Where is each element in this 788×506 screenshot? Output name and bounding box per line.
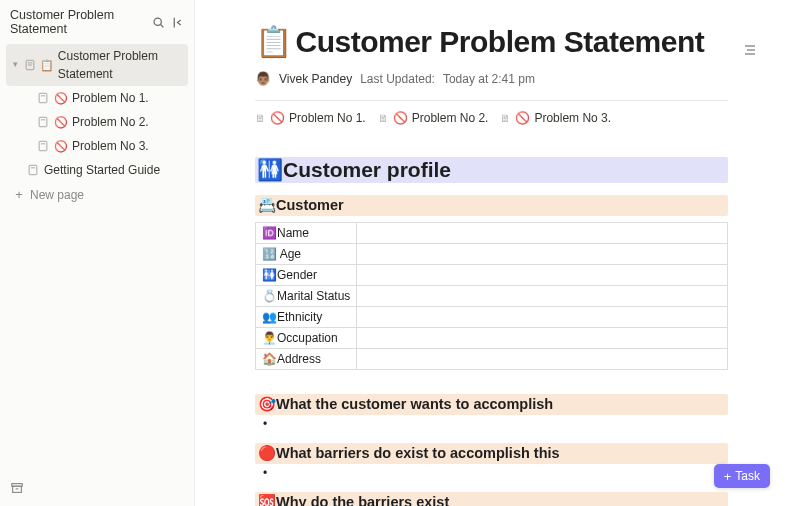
bullet-empty[interactable] xyxy=(255,415,728,419)
heading-why-barriers[interactable]: 🆘Why do the barriers exist xyxy=(255,492,728,506)
search-icon[interactable] xyxy=(152,15,165,29)
table-row: 🔢 Age xyxy=(256,244,728,265)
page-icon xyxy=(36,116,50,128)
page-icon xyxy=(24,59,36,71)
workspace-title: Customer Problem Statement xyxy=(10,8,140,36)
backlink-problem-2[interactable]: 🗎 🚫Problem No 2. xyxy=(378,111,489,125)
cell-occupation-label[interactable]: 👨‍💼Occupation xyxy=(256,328,357,349)
svg-rect-10 xyxy=(39,141,47,150)
cell-age-value[interactable] xyxy=(357,244,728,265)
svg-rect-8 xyxy=(39,117,47,126)
new-page-label: New page xyxy=(30,186,84,204)
table-row: 🚻Gender xyxy=(256,265,728,286)
cell-address-label[interactable]: 🏠Address xyxy=(256,349,357,370)
backlink-emoji: 🚫 xyxy=(393,111,408,125)
nav-label: Problem No 3. xyxy=(72,137,149,155)
backlinks-row: 🗎 🚫Problem No 1. 🗎 🚫Problem No 2. 🗎 🚫Pro… xyxy=(255,111,728,125)
cell-marital-value[interactable] xyxy=(357,286,728,307)
table-row: 👥Ethnicity xyxy=(256,307,728,328)
nav-label: Customer Problem Statement xyxy=(58,47,182,83)
cell-ethnicity-label[interactable]: 👥Ethnicity xyxy=(256,307,357,328)
svg-line-1 xyxy=(161,24,164,27)
heading-customer-profile[interactable]: 🚻Customer profile xyxy=(255,157,728,183)
backlink-emoji: 🚫 xyxy=(515,111,530,125)
add-task-button[interactable]: + Task xyxy=(714,464,770,488)
heading-customer[interactable]: 📇Customer xyxy=(255,195,728,216)
nav-label: Problem No 2. xyxy=(72,113,149,131)
backlink-problem-3[interactable]: 🗎 🚫Problem No 3. xyxy=(500,111,611,125)
divider xyxy=(255,100,728,101)
sidebar-footer xyxy=(0,473,194,506)
page-title-text[interactable]: Customer Problem Statement xyxy=(296,25,705,59)
table-row: 💍Marital Status xyxy=(256,286,728,307)
backlink-label: Problem No 3. xyxy=(534,111,611,125)
main-content: 📋Customer Problem Statement 👨🏽 Vivek Pan… xyxy=(195,0,788,506)
toc-icon[interactable] xyxy=(742,42,758,61)
nav-tree: ▾ 📋 Customer Problem Statement 🚫 Problem… xyxy=(0,42,194,473)
plus-icon: + xyxy=(12,185,26,205)
twisty-icon[interactable]: ▾ xyxy=(12,58,20,72)
backlink-emoji: 🚫 xyxy=(270,111,285,125)
page-emoji: 🚫 xyxy=(54,114,68,131)
customer-profile-table: 🆔Name 🔢 Age 🚻Gender 💍Marital Status 👥Eth… xyxy=(255,222,728,370)
page-icon xyxy=(36,92,50,104)
sidebar: Customer Problem Statement ▾ 📋 Customer … xyxy=(0,0,195,506)
heading-accomplish[interactable]: 🎯What the customer wants to accomplish xyxy=(255,394,728,415)
page-icon: 🗎 xyxy=(378,112,389,124)
author-avatar: 👨🏽 xyxy=(255,71,271,86)
page-icon xyxy=(26,164,40,176)
page-meta: 👨🏽 Vivek Pandey Last Updated: Today at 2… xyxy=(255,71,728,86)
nav-item-problem-1[interactable]: 🚫 Problem No 1. xyxy=(6,86,188,110)
cell-age-label[interactable]: 🔢 Age xyxy=(256,244,357,265)
cell-name-label[interactable]: 🆔Name xyxy=(256,223,357,244)
table-row: 👨‍💼Occupation xyxy=(256,328,728,349)
page-title: 📋Customer Problem Statement xyxy=(255,24,728,59)
archive-icon[interactable] xyxy=(10,484,24,498)
backlink-problem-1[interactable]: 🗎 🚫Problem No 1. xyxy=(255,111,366,125)
nav-label: Problem No 1. xyxy=(72,89,149,107)
sidebar-header: Customer Problem Statement xyxy=(0,0,194,42)
page-icon-large: 📋 xyxy=(255,24,292,59)
page-emoji: 📋 xyxy=(40,57,54,74)
last-updated-value: Today at 2:41 pm xyxy=(443,72,535,86)
cell-occupation-value[interactable] xyxy=(357,328,728,349)
table-row: 🆔Name xyxy=(256,223,728,244)
page-icon: 🗎 xyxy=(255,112,266,124)
cell-marital-label[interactable]: 💍Marital Status xyxy=(256,286,357,307)
nav-label: Getting Started Guide xyxy=(44,161,160,179)
svg-point-0 xyxy=(154,18,161,25)
page-icon xyxy=(36,140,50,152)
nav-item-problem-2[interactable]: 🚫 Problem No 2. xyxy=(6,110,188,134)
author-name: Vivek Pandey xyxy=(279,72,352,86)
svg-rect-12 xyxy=(29,165,37,174)
cell-gender-value[interactable] xyxy=(357,265,728,286)
page-emoji: 🚫 xyxy=(54,90,68,107)
bullet-empty[interactable] xyxy=(255,464,728,468)
nav-item-getting-started[interactable]: Getting Started Guide xyxy=(6,158,188,182)
nav-item-customer-problem-statement[interactable]: ▾ 📋 Customer Problem Statement xyxy=(6,44,188,86)
backlink-label: Problem No 1. xyxy=(289,111,366,125)
heading-barriers[interactable]: 🔴What barriers do exist to accomplish th… xyxy=(255,443,728,464)
table-row: 🏠Address xyxy=(256,349,728,370)
last-updated-label: Last Updated: xyxy=(360,72,435,86)
cell-address-value[interactable] xyxy=(357,349,728,370)
backlink-label: Problem No 2. xyxy=(412,111,489,125)
page-emoji: 🚫 xyxy=(54,138,68,155)
collapse-sidebar-icon[interactable] xyxy=(171,15,184,29)
cell-gender-label[interactable]: 🚻Gender xyxy=(256,265,357,286)
cell-name-value[interactable] xyxy=(357,223,728,244)
cell-ethnicity-value[interactable] xyxy=(357,307,728,328)
task-button-label: Task xyxy=(735,469,760,483)
new-page-button[interactable]: + New page xyxy=(6,182,188,208)
svg-rect-6 xyxy=(39,93,47,102)
page-icon: 🗎 xyxy=(500,112,511,124)
plus-icon: + xyxy=(724,470,732,483)
nav-item-problem-3[interactable]: 🚫 Problem No 3. xyxy=(6,134,188,158)
